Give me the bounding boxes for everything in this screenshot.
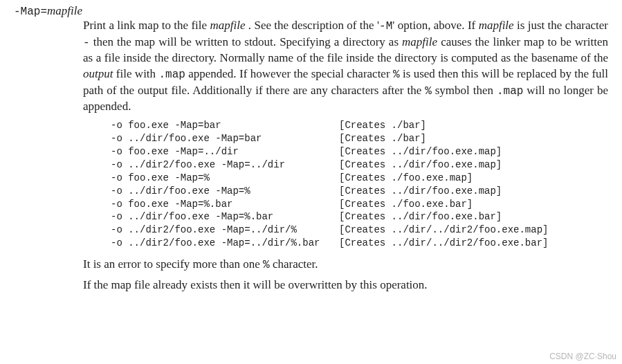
example-output: [Creates ./foo.exe.bar] [339, 198, 473, 211]
percent-ref: % [263, 259, 270, 271]
option-arg: mapfile [47, 4, 82, 17]
text: is just the character [517, 19, 608, 32]
example-output: [Creates ./foo.exe.map] [339, 172, 473, 185]
example-row: -o foo.exe -Map=%.bar[Creates ./foo.exe.… [111, 198, 608, 211]
examples-block: -o foo.exe -Map=bar[Creates ./bar]-o ../… [111, 119, 608, 250]
text: Print a link map to the file [83, 19, 210, 32]
example-output: [Creates ../dir/foo.exe.bar] [339, 210, 502, 224]
example-command: -o foo.exe -Map=bar [111, 119, 339, 132]
text: If the map file already exists then it w… [83, 278, 428, 291]
example-command: -o ../dir/foo.exe -Map=bar [111, 132, 339, 145]
text: . See the description of the ' [248, 19, 379, 32]
example-row: -o ../dir2/foo.exe -Map=../dir/%[Creates… [111, 224, 608, 237]
example-row: -o foo.exe -Map=%[Creates ./foo.exe.map] [111, 172, 608, 185]
description-block: Print a link map to the file mapfile . S… [83, 18, 608, 293]
example-output: [Creates ../dir/foo.exe.map] [339, 145, 502, 158]
example-command: -o foo.exe -Map=../dir [111, 145, 339, 158]
example-command: -o ../dir2/foo.exe -Map=../dir/% [111, 224, 339, 237]
example-row: -o foo.exe -Map=bar[Creates ./bar] [111, 119, 608, 132]
arg-ref: mapfile [210, 19, 245, 32]
option-heading: -Map=mapfile [14, 4, 615, 18]
example-output: [Creates ./bar] [339, 132, 426, 145]
example-command: -o ../dir/foo.exe -Map=%.bar [111, 210, 339, 224]
text: character. [273, 257, 318, 271]
literal-dash: - [83, 37, 90, 49]
description-paragraph-1: Print a link map to the file mapfile . S… [83, 18, 608, 115]
arg-ref: mapfile [479, 19, 514, 32]
example-command: -o ../dir/foo.exe -Map=% [111, 185, 339, 198]
example-command: -o ../dir2/foo.exe -Map=../dir/%.bar [111, 237, 339, 250]
ext-ref: .map [497, 85, 523, 98]
arg-ref: mapfile [402, 35, 437, 48]
text: It is an error to specify more than one [83, 257, 263, 271]
example-row: -o ../dir2/foo.exe -Map=../dir[Creates .… [111, 158, 608, 172]
example-output: [Creates ../dir/../dir2/foo.exe.map] [339, 224, 548, 237]
example-output: [Creates ../dir/../dir2/foo.exe.bar] [339, 237, 548, 250]
example-row: -o ../dir/foo.exe -Map=%[Creates ../dir/… [111, 185, 608, 198]
text: file with [116, 67, 159, 80]
text: symbol then [435, 84, 497, 97]
example-row: -o foo.exe -Map=../dir[Creates ../dir/fo… [111, 145, 608, 158]
example-row: -o ../dir2/foo.exe -Map=../dir/%.bar[Cre… [111, 237, 608, 250]
example-row: -o ../dir/foo.exe -Map=%.bar[Creates ../… [111, 210, 608, 224]
example-command: -o ../dir2/foo.exe -Map=../dir [111, 158, 339, 172]
option-flag: -Map= [14, 6, 47, 18]
example-command: -o foo.exe -Map=%.bar [111, 198, 339, 211]
example-command: -o foo.exe -Map=% [111, 172, 339, 185]
example-output: [Creates ./bar] [339, 119, 426, 132]
example-output: [Creates ../dir/foo.exe.map] [339, 185, 502, 198]
text: ' option, above. If [392, 19, 478, 32]
example-row: -o ../dir/foo.exe -Map=bar[Creates ./bar… [111, 132, 608, 145]
example-output: [Creates ../dir/foo.exe.map] [339, 158, 502, 172]
option-ref: -M [379, 20, 392, 33]
text: then the map will be written to stdout. … [93, 35, 402, 48]
output-ref: output [83, 67, 113, 80]
percent-ref: % [425, 85, 432, 98]
percent-ref: % [393, 69, 400, 81]
description-paragraph-2: It is an error to specify more than one … [83, 257, 608, 273]
description-paragraph-3: If the map file already exists then it w… [83, 277, 608, 293]
text: appended. If however the special charact… [188, 67, 393, 80]
ext-ref: .map [158, 69, 185, 81]
